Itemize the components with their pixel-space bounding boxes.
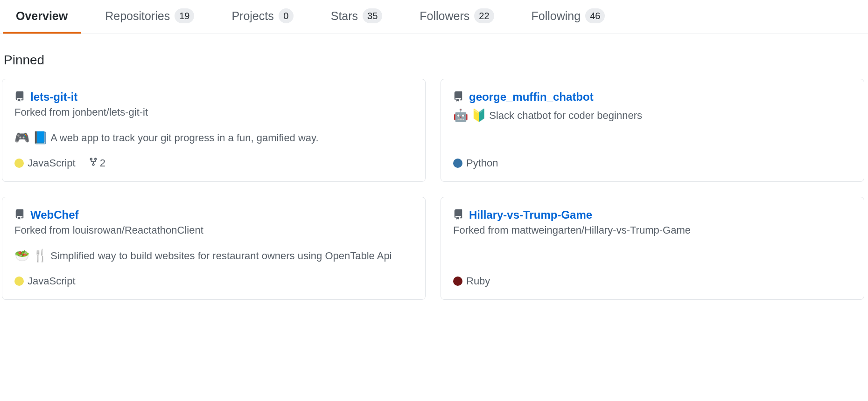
language-color-dot <box>14 159 24 168</box>
repo-name-link[interactable]: lets-git-it <box>30 90 77 104</box>
repo-description: 🥗 🍴 Simplified way to build websites for… <box>14 247 413 265</box>
pinned-heading: Pinned <box>0 34 868 76</box>
repo-icon <box>14 209 25 221</box>
tab-label: Overview <box>16 9 68 23</box>
repo-icon <box>14 91 25 103</box>
repo-icon <box>453 91 463 103</box>
tab-counter: 19 <box>175 8 194 23</box>
repo-desc-emoji: 🎮 📘 <box>14 129 48 147</box>
repo-forked-from: Forked from jonbent/lets-git-it <box>14 106 413 118</box>
tab-label: Repositories <box>105 9 170 23</box>
tab-projects[interactable]: Projects 0 <box>218 0 306 34</box>
repo-name-link[interactable]: WebChef <box>30 208 79 221</box>
repo-desc-text: A web app to track your git progress in … <box>50 130 318 145</box>
repo-language: Python <box>453 157 498 169</box>
repo-language: JavaScript <box>14 157 76 169</box>
pinned-grid: lets-git-it Forked from jonbent/lets-git… <box>0 76 868 300</box>
repo-desc-emoji: 🥗 🍴 <box>14 247 48 265</box>
repo-name-link[interactable]: george_muffin_chatbot <box>469 90 594 104</box>
tab-counter: 22 <box>474 8 494 23</box>
tab-counter: 46 <box>585 8 605 23</box>
repo-forked-from: Forked from mattweingarten/Hillary-vs-Tr… <box>453 224 852 236</box>
tab-repositories[interactable]: Repositories 19 <box>92 0 207 34</box>
repo-icon <box>453 209 463 221</box>
tab-followers[interactable]: Followers 22 <box>406 0 507 34</box>
tab-counter: 0 <box>279 8 294 23</box>
fork-icon <box>89 157 98 169</box>
repo-desc-text: Slack chatbot for coder beginners <box>489 108 642 123</box>
language-color-dot <box>14 277 24 286</box>
repo-language: Ruby <box>453 275 490 287</box>
repo-language-name: Ruby <box>466 275 490 287</box>
tab-following[interactable]: Following 46 <box>518 0 618 34</box>
pinned-repo-card: lets-git-it Forked from jonbent/lets-git… <box>2 79 426 182</box>
pinned-repo-card: WebChef Forked from louisrowan/Reactatho… <box>2 197 426 300</box>
repo-fork-count: 2 <box>100 157 105 169</box>
repo-forks[interactable]: 2 <box>89 157 105 169</box>
tab-label: Projects <box>231 9 273 23</box>
repo-description: 🎮 📘 A web app to track your git progress… <box>14 129 413 147</box>
repo-language-name: JavaScript <box>28 157 76 169</box>
pinned-repo-card: george_muffin_chatbot 🤖 🔰 Slack chatbot … <box>441 79 864 182</box>
pinned-repo-card: Hillary-vs-Trump-Game Forked from mattwe… <box>441 197 864 300</box>
repo-language: JavaScript <box>14 275 76 287</box>
tab-stars[interactable]: Stars 35 <box>318 0 396 34</box>
tab-counter: 35 <box>363 8 382 23</box>
tab-overview[interactable]: Overview <box>3 0 81 34</box>
tab-label: Following <box>532 9 581 23</box>
repo-language-name: Python <box>466 157 498 169</box>
tab-label: Stars <box>331 9 358 23</box>
language-color-dot <box>453 277 462 286</box>
repo-description: 🤖 🔰 Slack chatbot for coder beginners <box>453 106 852 124</box>
repo-desc-emoji: 🤖 🔰 <box>453 106 486 124</box>
profile-tabnav: Overview Repositories 19 Projects 0 Star… <box>0 0 868 34</box>
repo-name-link[interactable]: Hillary-vs-Trump-Game <box>469 208 592 221</box>
tab-label: Followers <box>420 9 469 23</box>
repo-language-name: JavaScript <box>28 275 76 287</box>
language-color-dot <box>453 159 462 168</box>
repo-desc-text: Simplified way to build websites for res… <box>50 248 392 263</box>
repo-forked-from: Forked from louisrowan/ReactathonClient <box>14 224 413 236</box>
